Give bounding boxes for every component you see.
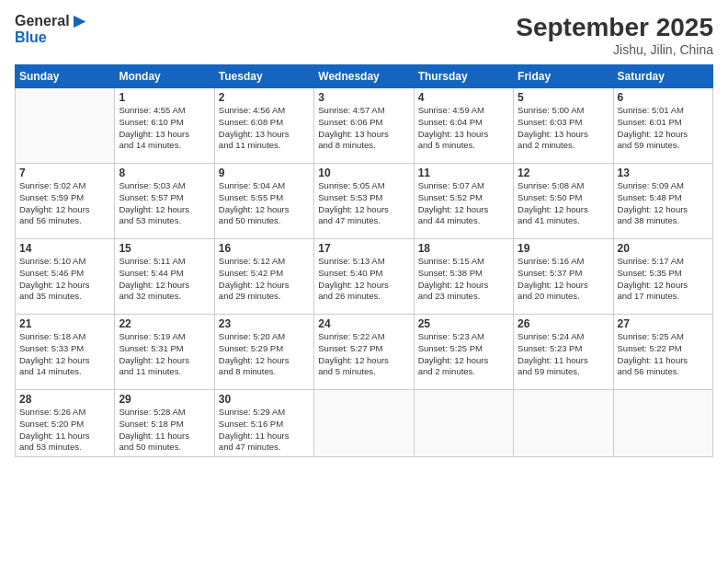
calendar-cell: 25Sunrise: 5:23 AMSunset: 5:25 PMDayligh… <box>414 315 513 390</box>
header-friday: Friday <box>514 65 613 88</box>
calendar-cell: 6Sunrise: 5:01 AMSunset: 6:01 PMDaylight… <box>613 88 712 164</box>
day-number: 3 <box>318 91 409 104</box>
location: Jishu, Jilin, China <box>516 42 713 57</box>
day-info: Sunrise: 5:09 AMSunset: 5:48 PMDaylight:… <box>618 180 709 227</box>
day-info: Sunrise: 5:05 AMSunset: 5:53 PMDaylight:… <box>318 180 409 227</box>
day-number: 5 <box>518 91 609 104</box>
day-info: Sunrise: 5:07 AMSunset: 5:52 PMDaylight:… <box>418 180 509 227</box>
day-info: Sunrise: 5:12 AMSunset: 5:42 PMDaylight:… <box>219 256 310 303</box>
day-number: 8 <box>119 167 210 179</box>
calendar-cell: 15Sunrise: 5:11 AMSunset: 5:44 PMDayligh… <box>115 239 214 315</box>
day-number: 28 <box>19 393 110 406</box>
week-row-4: 21Sunrise: 5:18 AMSunset: 5:33 PMDayligh… <box>16 315 713 390</box>
calendar-cell: 18Sunrise: 5:15 AMSunset: 5:38 PMDayligh… <box>414 239 513 315</box>
calendar-cell: 10Sunrise: 5:05 AMSunset: 5:53 PMDayligh… <box>314 164 414 239</box>
day-number: 1 <box>119 91 210 104</box>
header-wednesday: Wednesday <box>314 65 414 88</box>
day-info: Sunrise: 4:59 AMSunset: 6:04 PMDaylight:… <box>418 105 509 152</box>
day-info: Sunrise: 4:57 AMSunset: 6:06 PMDaylight:… <box>318 105 409 152</box>
header-sunday: Sunday <box>16 65 115 88</box>
calendar-cell: 9Sunrise: 5:04 AMSunset: 5:55 PMDaylight… <box>214 164 313 239</box>
day-info: Sunrise: 5:01 AMSunset: 6:01 PMDaylight:… <box>618 105 709 152</box>
calendar-cell: 11Sunrise: 5:07 AMSunset: 5:52 PMDayligh… <box>414 164 513 239</box>
calendar-cell: 27Sunrise: 5:25 AMSunset: 5:22 PMDayligh… <box>613 315 712 390</box>
day-info: Sunrise: 5:15 AMSunset: 5:38 PMDaylight:… <box>418 256 509 303</box>
calendar-cell: 1Sunrise: 4:55 AMSunset: 6:10 PMDaylight… <box>115 88 214 164</box>
day-info: Sunrise: 5:10 AMSunset: 5:46 PMDaylight:… <box>19 256 110 303</box>
calendar-cell: 26Sunrise: 5:24 AMSunset: 5:23 PMDayligh… <box>514 315 613 390</box>
calendar-cell <box>16 88 115 164</box>
week-row-5: 28Sunrise: 5:26 AMSunset: 5:20 PMDayligh… <box>16 390 713 457</box>
calendar-cell: 17Sunrise: 5:13 AMSunset: 5:40 PMDayligh… <box>314 239 414 315</box>
day-info: Sunrise: 5:29 AMSunset: 5:16 PMDaylight:… <box>219 407 310 454</box>
calendar-cell: 16Sunrise: 5:12 AMSunset: 5:42 PMDayligh… <box>214 239 313 315</box>
day-number: 23 <box>219 317 310 330</box>
day-number: 18 <box>418 242 509 255</box>
day-number: 21 <box>19 317 110 330</box>
week-row-2: 7Sunrise: 5:02 AMSunset: 5:59 PMDaylight… <box>16 164 713 239</box>
header-tuesday: Tuesday <box>214 65 313 88</box>
week-row-1: 1Sunrise: 4:55 AMSunset: 6:10 PMDaylight… <box>16 88 713 164</box>
calendar-cell: 14Sunrise: 5:10 AMSunset: 5:46 PMDayligh… <box>16 239 115 315</box>
calendar-cell <box>514 390 613 457</box>
calendar-cell: 19Sunrise: 5:16 AMSunset: 5:37 PMDayligh… <box>514 239 613 315</box>
calendar-cell: 22Sunrise: 5:19 AMSunset: 5:31 PMDayligh… <box>115 315 214 390</box>
calendar-cell: 2Sunrise: 4:56 AMSunset: 6:08 PMDaylight… <box>214 88 313 164</box>
day-info: Sunrise: 5:20 AMSunset: 5:29 PMDaylight:… <box>219 331 310 378</box>
day-number: 14 <box>19 242 110 255</box>
day-number: 12 <box>518 167 609 179</box>
day-number: 15 <box>119 242 210 255</box>
day-info: Sunrise: 5:13 AMSunset: 5:40 PMDaylight:… <box>318 256 409 303</box>
day-info: Sunrise: 5:00 AMSunset: 6:03 PMDaylight:… <box>518 105 609 152</box>
calendar-table: Sunday Monday Tuesday Wednesday Thursday… <box>15 64 713 457</box>
day-number: 11 <box>418 167 509 179</box>
calendar-cell: 12Sunrise: 5:08 AMSunset: 5:50 PMDayligh… <box>514 164 613 239</box>
day-number: 29 <box>119 393 210 406</box>
calendar-cell: 4Sunrise: 4:59 AMSunset: 6:04 PMDaylight… <box>414 88 513 164</box>
day-number: 20 <box>618 242 709 255</box>
day-number: 22 <box>119 317 210 330</box>
day-number: 16 <box>219 242 310 255</box>
day-number: 13 <box>618 167 709 179</box>
calendar-cell: 5Sunrise: 5:00 AMSunset: 6:03 PMDaylight… <box>514 88 613 164</box>
calendar-cell <box>314 390 414 457</box>
day-info: Sunrise: 5:03 AMSunset: 5:57 PMDaylight:… <box>119 180 210 227</box>
month-title: September 2025 <box>516 13 713 42</box>
header-monday: Monday <box>115 65 214 88</box>
logo: General ▶ Blue <box>15 13 85 45</box>
page-header: General ▶ Blue September 2025 Jishu, Jil… <box>15 13 713 57</box>
calendar-cell: 23Sunrise: 5:20 AMSunset: 5:29 PMDayligh… <box>214 315 313 390</box>
calendar-cell: 8Sunrise: 5:03 AMSunset: 5:57 PMDaylight… <box>115 164 214 239</box>
calendar-cell <box>414 390 513 457</box>
calendar-cell <box>613 390 712 457</box>
day-number: 10 <box>318 167 409 179</box>
day-info: Sunrise: 5:24 AMSunset: 5:23 PMDaylight:… <box>518 331 609 378</box>
day-info: Sunrise: 5:25 AMSunset: 5:22 PMDaylight:… <box>618 331 709 378</box>
day-number: 24 <box>318 317 409 330</box>
day-number: 2 <box>219 91 310 104</box>
header-saturday: Saturday <box>613 65 712 88</box>
day-number: 4 <box>418 91 509 104</box>
day-info: Sunrise: 5:08 AMSunset: 5:50 PMDaylight:… <box>518 180 609 227</box>
day-info: Sunrise: 5:23 AMSunset: 5:25 PMDaylight:… <box>418 331 509 378</box>
day-info: Sunrise: 5:26 AMSunset: 5:20 PMDaylight:… <box>19 407 110 454</box>
day-number: 30 <box>219 393 310 406</box>
day-info: Sunrise: 5:16 AMSunset: 5:37 PMDaylight:… <box>518 256 609 303</box>
day-info: Sunrise: 5:22 AMSunset: 5:27 PMDaylight:… <box>318 331 409 378</box>
day-number: 7 <box>19 167 110 179</box>
day-info: Sunrise: 5:19 AMSunset: 5:31 PMDaylight:… <box>119 331 210 378</box>
calendar-cell: 7Sunrise: 5:02 AMSunset: 5:59 PMDaylight… <box>16 164 115 239</box>
calendar-cell: 13Sunrise: 5:09 AMSunset: 5:48 PMDayligh… <box>613 164 712 239</box>
calendar-cell: 28Sunrise: 5:26 AMSunset: 5:20 PMDayligh… <box>16 390 115 457</box>
day-number: 25 <box>418 317 509 330</box>
week-row-3: 14Sunrise: 5:10 AMSunset: 5:46 PMDayligh… <box>16 239 713 315</box>
day-info: Sunrise: 5:11 AMSunset: 5:44 PMDaylight:… <box>119 256 210 303</box>
day-number: 19 <box>518 242 609 255</box>
calendar-cell: 3Sunrise: 4:57 AMSunset: 6:06 PMDaylight… <box>314 88 414 164</box>
day-number: 17 <box>318 242 409 255</box>
calendar-cell: 29Sunrise: 5:28 AMSunset: 5:18 PMDayligh… <box>115 390 214 457</box>
day-info: Sunrise: 5:17 AMSunset: 5:35 PMDaylight:… <box>618 256 709 303</box>
weekday-header-row: Sunday Monday Tuesday Wednesday Thursday… <box>16 65 713 88</box>
header-thursday: Thursday <box>414 65 513 88</box>
day-info: Sunrise: 5:18 AMSunset: 5:33 PMDaylight:… <box>19 331 110 378</box>
